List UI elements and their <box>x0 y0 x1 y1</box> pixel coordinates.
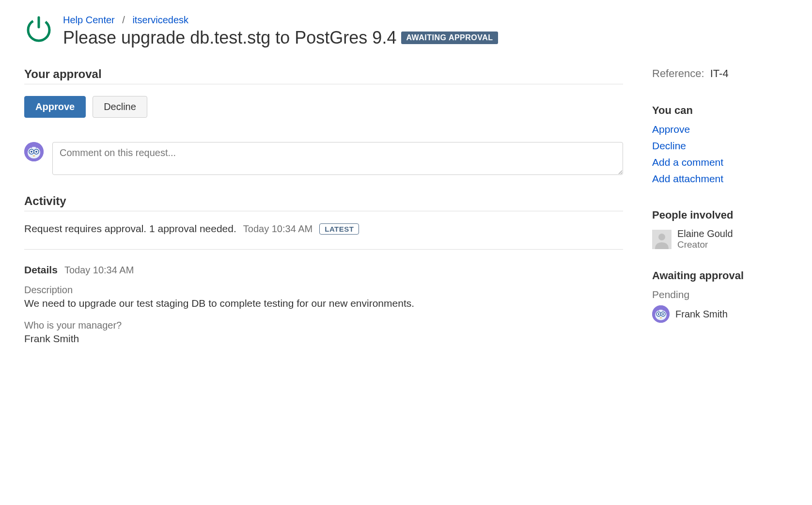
approve-button[interactable]: Approve <box>24 96 86 118</box>
activity-time: Today 10:34 AM <box>243 223 312 235</box>
page-title: Please upgrade db.test.stg to PostGres 9… <box>63 28 396 48</box>
sidebar-link-add-comment[interactable]: Add a comment <box>652 157 788 168</box>
avatar <box>24 142 44 161</box>
svg-point-9 <box>658 234 665 240</box>
avatar-placeholder-icon <box>652 230 671 249</box>
details-time: Today 10:34 AM <box>64 265 134 276</box>
reference-label: Reference: <box>652 67 704 79</box>
latest-badge: LATEST <box>319 223 359 235</box>
activity-item: Request requires approval. 1 approval ne… <box>24 223 623 250</box>
decline-button[interactable]: Decline <box>93 96 147 118</box>
avatar <box>652 305 670 323</box>
pending-label: Pending <box>652 289 788 300</box>
main-content: Your approval Approve Decline <box>24 67 623 355</box>
activity-text: Request requires approval. 1 approval ne… <box>24 223 236 235</box>
awaiting-heading: Awaiting approval <box>652 269 788 282</box>
details-header: Details Today 10:34 AM <box>24 264 623 276</box>
power-icon <box>24 15 53 44</box>
breadcrumb: Help Center / itservicedesk <box>63 15 498 26</box>
sidebar-link-add-attachment[interactable]: Add attachment <box>652 173 788 185</box>
manager-label: Who is your manager? <box>24 320 623 331</box>
comment-input[interactable] <box>52 142 623 175</box>
svg-point-14 <box>658 313 660 315</box>
approver-row: Frank Smith <box>652 305 788 323</box>
svg-point-6 <box>31 151 32 153</box>
breadcrumb-help-center[interactable]: Help Center <box>63 15 115 25</box>
approval-heading: Your approval <box>24 67 623 84</box>
comment-row <box>24 142 623 175</box>
you-can-heading: You can <box>652 104 788 117</box>
creator-role: Creator <box>677 239 733 250</box>
creator-name: Elaine Gould <box>677 228 733 239</box>
details-title: Details <box>24 264 58 276</box>
sidebar: Reference: IT-4 You can Approve Decline … <box>652 67 788 355</box>
sidebar-links: Approve Decline Add a comment Add attach… <box>652 124 788 185</box>
reference: Reference: IT-4 <box>652 67 788 80</box>
status-badge: AWAITING APPROVAL <box>401 32 498 44</box>
svg-point-7 <box>35 151 37 153</box>
reference-value: IT-4 <box>710 67 729 79</box>
svg-point-15 <box>662 313 664 315</box>
person-info: Elaine Gould Creator <box>677 228 733 250</box>
sidebar-link-decline[interactable]: Decline <box>652 140 788 152</box>
sidebar-link-approve[interactable]: Approve <box>652 124 788 135</box>
page-header: Help Center / itservicedesk Please upgra… <box>24 15 788 48</box>
breadcrumb-separator: / <box>122 15 125 25</box>
manager-value: Frank Smith <box>24 333 623 345</box>
approver-name: Frank Smith <box>675 309 728 320</box>
activity-heading: Activity <box>24 194 623 211</box>
person-row: Elaine Gould Creator <box>652 228 788 250</box>
description-value: We need to upgrade our test staging DB t… <box>24 298 623 309</box>
people-heading: People involved <box>652 209 788 221</box>
approval-buttons: Approve Decline <box>24 96 623 118</box>
breadcrumb-project[interactable]: itservicedesk <box>132 15 188 25</box>
description-label: Description <box>24 284 623 296</box>
